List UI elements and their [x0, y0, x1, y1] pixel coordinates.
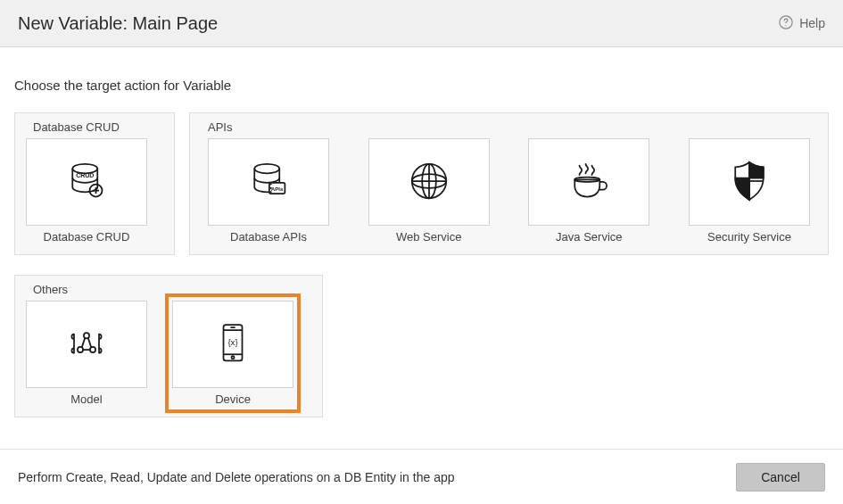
- coffee-icon: [564, 156, 614, 209]
- instruction-text: Choose the target action for Variable: [14, 78, 829, 93]
- tile-label: Database CRUD: [44, 230, 130, 244]
- group-apis: APIs APIs: [189, 112, 829, 255]
- tile-wrap-java-service: Java Service: [528, 138, 649, 244]
- help-label: Help: [799, 16, 825, 30]
- svg-point-17: [84, 333, 89, 338]
- help-icon: [778, 14, 794, 33]
- row-1: Database CRUD CRUD: [14, 112, 829, 255]
- dialog-content: Choose the target action for Variable Da…: [0, 47, 843, 451]
- tile-label: Java Service: [556, 230, 622, 244]
- group-title: APIs: [208, 120, 232, 134]
- tile-label: Database APIs: [230, 230, 307, 244]
- tile-database-apis[interactable]: APIs: [208, 138, 329, 226]
- tile-web-service[interactable]: [368, 138, 490, 226]
- tile-label: Security Service: [707, 230, 791, 244]
- tile-label: Web Service: [396, 230, 461, 244]
- tile-wrap-device: {x} Device: [172, 301, 293, 406]
- tile-database-crud[interactable]: CRUD: [26, 138, 147, 226]
- group-title: Others: [33, 283, 68, 296]
- tile-wrap-database-apis: APIs Database APIs: [208, 138, 329, 244]
- svg-text:APIs: APIs: [271, 185, 284, 191]
- dialog-header: New Variable: Main Page Help: [0, 0, 843, 47]
- tile-wrap-model: Model: [26, 301, 147, 406]
- svg-point-19: [90, 346, 95, 351]
- database-apis-icon: APIs: [244, 156, 293, 209]
- svg-point-1: [786, 25, 787, 26]
- tile-model[interactable]: [26, 301, 147, 388]
- tile-label: Device: [215, 392, 251, 406]
- help-link[interactable]: Help: [778, 14, 825, 33]
- dialog-footer: Perform Create, Read, Update and Delete …: [0, 449, 843, 504]
- footer-description: Perform Create, Read, Update and Delete …: [18, 470, 455, 484]
- dialog-title: New Variable: Main Page: [18, 13, 218, 34]
- svg-point-8: [270, 183, 272, 185]
- tile-wrap-database-crud: CRUD Database CRUD: [26, 138, 147, 244]
- svg-text:CRUD: CRUD: [76, 171, 94, 178]
- globe-icon: [404, 156, 454, 209]
- svg-point-5: [254, 163, 279, 173]
- row-2: Others: [14, 275, 829, 417]
- cancel-button[interactable]: Cancel: [736, 463, 825, 492]
- svg-point-23: [231, 356, 234, 359]
- model-icon: [62, 318, 112, 371]
- shield-icon: [724, 156, 774, 209]
- highlighted-tile: {x} Device: [165, 293, 301, 413]
- tile-wrap-web-service: Web Service: [368, 138, 490, 244]
- group-title: Database CRUD: [33, 120, 120, 134]
- group-others: Others: [14, 275, 323, 417]
- group-database-crud: Database CRUD CRUD: [14, 112, 175, 255]
- tile-wrap-security-service: Security Service: [689, 138, 810, 244]
- svg-point-18: [78, 346, 83, 351]
- svg-point-9: [270, 186, 272, 188]
- tile-java-service[interactable]: [528, 138, 649, 226]
- tile-security-service[interactable]: [689, 138, 810, 226]
- tile-label: Model: [70, 392, 102, 406]
- tile-device[interactable]: {x}: [172, 301, 293, 388]
- device-icon: {x}: [208, 318, 258, 371]
- svg-point-10: [270, 191, 272, 193]
- database-crud-icon: CRUD: [62, 156, 112, 209]
- svg-text:{x}: {x}: [227, 336, 238, 346]
